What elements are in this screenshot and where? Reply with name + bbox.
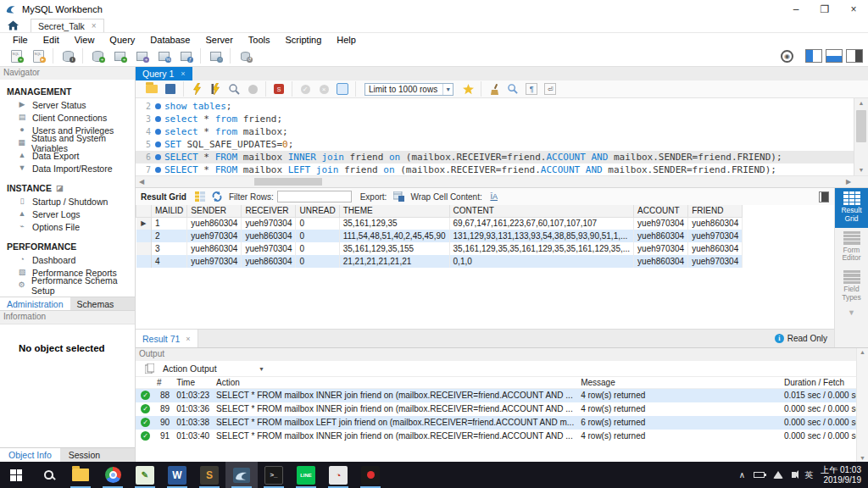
column-header-sender[interactable]: SENDER	[187, 205, 242, 217]
code-line[interactable]: 2show tables;	[136, 100, 854, 113]
code-line[interactable]: 4select * from mailbox;	[136, 125, 854, 138]
execute-current-icon[interactable]	[207, 82, 224, 97]
output-column-time[interactable]: Time	[173, 377, 213, 389]
taskbar-recorder[interactable]	[354, 462, 387, 488]
sql-editor[interactable]: 2show tables;3select * from friend;4sele…	[136, 98, 868, 175]
field-types-button[interactable]: Field Types	[835, 267, 868, 307]
create-table-icon[interactable]: +	[110, 48, 129, 64]
tab-schemas[interactable]: Schemas	[70, 297, 121, 310]
minimize-button[interactable]: –	[782, 0, 810, 19]
ime-indicator[interactable]: 英	[804, 469, 813, 481]
sidebar-item-performance-schema-setup[interactable]: ⚙Performance Schema Setup	[0, 279, 135, 291]
limit-rows-dropdown[interactable]: Limit to 1000 rows ▼	[364, 83, 453, 96]
wifi-icon[interactable]	[773, 471, 783, 479]
taskbar-file-explorer[interactable]	[64, 462, 97, 488]
menu-query[interactable]: Query	[102, 35, 142, 45]
home-tab[interactable]	[0, 19, 25, 32]
close-result-tab-icon[interactable]: ×	[186, 335, 190, 343]
execute-icon[interactable]	[188, 82, 205, 97]
feedback-icon[interactable]: ◉	[781, 50, 793, 63]
column-header-theme[interactable]: THEME	[339, 205, 449, 217]
column-header-unread[interactable]: UNREAD	[296, 205, 339, 217]
taskbar-chrome[interactable]	[97, 462, 129, 488]
commit-icon[interactable]: ✓	[297, 82, 314, 97]
toggle-secondary-sidebar-icon[interactable]	[846, 49, 863, 63]
editor-vertical-scrollbar[interactable]: ▲ ▼	[854, 98, 868, 175]
toggle-sidebar-icon[interactable]	[805, 49, 822, 63]
menu-file[interactable]: File	[5, 35, 36, 45]
sidebar-item-startup-shutdown[interactable]: ▯Startup / Shutdown	[0, 195, 135, 208]
connection-tab-secret-talk[interactable]: Secret_Talk ×	[31, 19, 104, 32]
find-icon[interactable]	[504, 82, 521, 97]
menu-database[interactable]: Database	[142, 35, 198, 45]
taskbar-search-button[interactable]	[32, 462, 64, 488]
output-log-row[interactable]: ✓9001:03:38SELECT * FROM mailbox LEFT jo…	[136, 416, 868, 430]
scroll-down-icon[interactable]: ▼	[854, 165, 868, 175]
action-output-dropdown[interactable]: Action Output ▼	[163, 363, 264, 374]
export-icon[interactable]	[392, 191, 405, 202]
autocommit-icon[interactable]	[334, 82, 351, 97]
tab-query-1[interactable]: Query 1 ×	[136, 67, 192, 80]
edit-instance-icon[interactable]: ◪	[56, 184, 64, 192]
output-column-message[interactable]: Message	[577, 377, 781, 389]
sidebar-item-client-connections[interactable]: ▤Client Connections	[0, 111, 135, 124]
invisible-chars-icon[interactable]: ¶	[523, 82, 540, 97]
taskbar-green-editor[interactable]: ✎	[129, 462, 161, 488]
stop-icon[interactable]	[244, 82, 261, 97]
close-button[interactable]: ×	[839, 0, 868, 19]
new-snippet-icon[interactable]	[459, 82, 476, 97]
code-line[interactable]: 6SELECT * FROM mailbox INNER join friend…	[136, 151, 854, 164]
column-header-account[interactable]: ACCOUNT	[634, 205, 688, 217]
sidebar-item-data-import-restore[interactable]: ▼Data Import/Restore	[0, 162, 135, 175]
tab-session[interactable]: Session	[60, 448, 108, 462]
column-header-content[interactable]: CONTENT	[449, 205, 634, 217]
sidebar-item-status-and-system-variables[interactable]: ▦Status and System Variables	[0, 136, 135, 149]
output-log-table[interactable]: #TimeActionMessageDuration / Fetch✓8801:…	[136, 377, 868, 443]
code-line[interactable]: 7SELECT * FROM mailbox LEFT join friend …	[136, 164, 854, 175]
taskbar-clock[interactable]: 上午 01:03 2019/9/19	[821, 465, 861, 485]
volume-icon[interactable]	[792, 472, 796, 478]
refresh-icon[interactable]	[210, 191, 224, 202]
menu-help[interactable]: Help	[329, 35, 364, 45]
stop-on-error-icon[interactable]: S	[270, 82, 287, 97]
column-header-receiver[interactable]: RECEIVER	[242, 205, 296, 217]
editor-horizontal-scrollbar[interactable]: ◀ ▶	[136, 175, 868, 187]
close-query-tab-icon[interactable]: ×	[181, 69, 185, 78]
beautify-icon[interactable]	[486, 82, 503, 97]
code-line[interactable]: 3select * from friend;	[136, 113, 854, 125]
filter-rows-input[interactable]	[277, 191, 352, 202]
tab-result-71[interactable]: Result 71 ×	[136, 330, 198, 347]
taskbar-word[interactable]: W	[161, 462, 193, 488]
taskbar-line[interactable]: LINE	[290, 462, 322, 488]
scroll-right-icon[interactable]: ▶	[843, 176, 854, 187]
output-log-row[interactable]: ✓8801:03:23SELECT * FROM mailbox INNER j…	[136, 389, 868, 402]
taskbar-mysql-workbench[interactable]	[225, 462, 258, 488]
menu-edit[interactable]: Edit	[36, 35, 67, 45]
result-grid-view-button[interactable]: Result Grid	[835, 188, 868, 228]
result-panel-toggle-icon[interactable]	[815, 191, 829, 202]
output-log-row[interactable]: ✓8901:03:36SELECT * FROM mailbox INNER j…	[136, 402, 868, 416]
wrap-cell-content-icon[interactable]: ĪA	[487, 191, 501, 202]
search-data-icon[interactable]: ○	[206, 48, 225, 64]
create-function-icon[interactable]: ƒ	[176, 48, 195, 64]
reconnect-dbms-icon[interactable]: ↺	[236, 48, 254, 64]
table-row[interactable]: 2yueh970304yueh8603040111,54,48,51,40,2,…	[136, 230, 743, 242]
create-procedure-icon[interactable]: %	[154, 48, 173, 64]
menu-server[interactable]: Server	[198, 35, 240, 45]
sidebar-item-server-logs[interactable]: ▲Server Logs	[0, 208, 135, 220]
toggle-output-panel-icon[interactable]	[826, 49, 843, 63]
wrap-text-icon[interactable]: ⏎	[542, 82, 559, 97]
tab-object-info[interactable]: Object Info	[0, 448, 60, 462]
new-sql-tab-icon[interactable]: +	[7, 48, 25, 64]
create-view-icon[interactable]: +	[132, 48, 151, 64]
output-scrollbar[interactable]: ▲▼	[856, 348, 868, 462]
scroll-left-icon[interactable]: ◀	[136, 176, 147, 187]
copy-output-icon[interactable]	[142, 363, 156, 374]
sidebar-item-options-file[interactable]: ⌁Options File	[0, 220, 135, 233]
output-column-action[interactable]: Action	[213, 377, 577, 389]
menu-scripting[interactable]: Scripting	[278, 35, 330, 45]
grid-view-icon[interactable]	[193, 191, 207, 202]
explain-icon[interactable]	[225, 82, 242, 97]
sidebar-item-dashboard[interactable]: ◔Dashboard	[0, 253, 135, 266]
tab-administration[interactable]: Administration	[0, 297, 70, 310]
